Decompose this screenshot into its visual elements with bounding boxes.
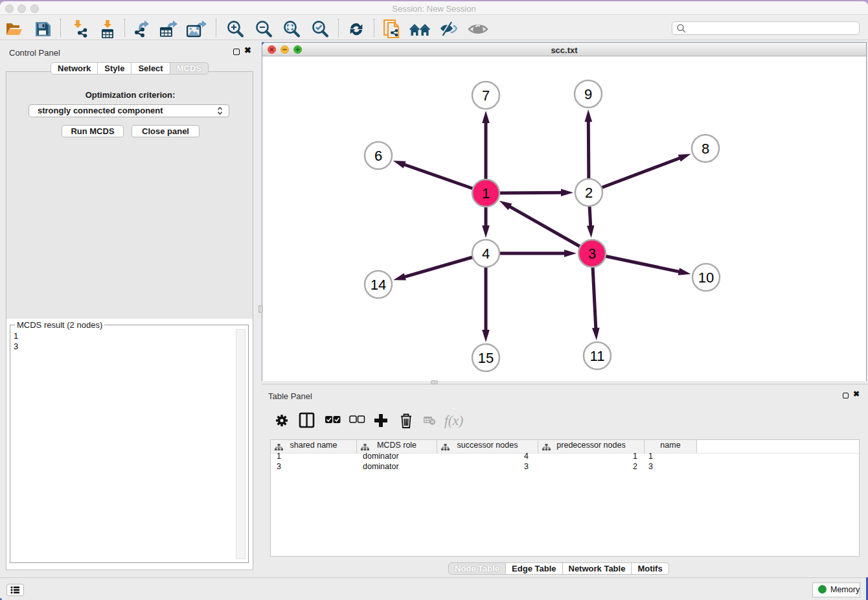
- svg-text:15: 15: [478, 350, 494, 366]
- svg-text:9: 9: [584, 86, 592, 102]
- svg-text:6: 6: [374, 148, 382, 164]
- svg-text:1: 1: [482, 185, 490, 202]
- svg-text:2: 2: [585, 185, 593, 201]
- svg-text:14: 14: [371, 277, 386, 293]
- svg-text:4: 4: [482, 246, 490, 262]
- svg-text:11: 11: [590, 348, 605, 364]
- svg-text:8: 8: [702, 141, 709, 157]
- svg-text:f(x): f(x): [444, 413, 463, 428]
- svg-text:7: 7: [482, 87, 490, 104]
- svg-text:10: 10: [698, 270, 714, 286]
- svg-text:3: 3: [588, 246, 596, 262]
